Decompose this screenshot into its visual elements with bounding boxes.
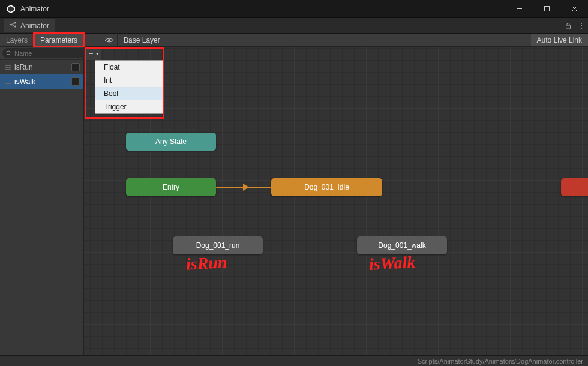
parameter-bool-checkbox[interactable] xyxy=(71,63,80,71)
status-bar: Scripts/AnimatorStudy/Animators/DogAnima… xyxy=(0,355,588,366)
close-button[interactable] xyxy=(560,0,588,18)
unity-logo-icon xyxy=(6,4,16,14)
lock-icon[interactable] xyxy=(562,19,575,32)
tab-layers[interactable]: Layers xyxy=(0,34,34,46)
chevron-down-icon: ▾ xyxy=(96,51,98,56)
node-entry[interactable]: Entry xyxy=(126,178,216,196)
animator-subheader: Layers Parameters Base Layer Auto Live L… xyxy=(0,34,588,47)
node-label: Any State xyxy=(155,137,187,146)
maximize-button[interactable] xyxy=(533,0,560,18)
tab-animator-label: Animator xyxy=(20,22,49,30)
parameter-name: isWalk xyxy=(14,77,68,86)
window-title: Animator xyxy=(20,5,49,13)
window-titlebar: Animator xyxy=(0,0,588,18)
parameter-name: isRun xyxy=(14,63,68,71)
svg-point-6 xyxy=(10,23,12,25)
kebab-menu-icon[interactable]: ⋮ xyxy=(575,19,588,32)
node-walk-state[interactable]: Dog_001_walk xyxy=(357,236,447,254)
parameter-list: isRun isWalk xyxy=(0,60,83,355)
node-label: Dog_001_run xyxy=(196,241,240,250)
annotation-isrun: isRun xyxy=(185,253,227,274)
svg-line-9 xyxy=(12,23,14,25)
animator-graph-icon xyxy=(10,21,17,30)
menu-item-bool[interactable]: Bool xyxy=(95,87,163,100)
svg-line-10 xyxy=(12,25,14,26)
node-label: Entry xyxy=(163,183,179,191)
parameters-sidebar: isRun isWalk xyxy=(0,47,84,355)
breadcrumb[interactable]: Base Layer xyxy=(118,34,166,46)
node-run-state[interactable]: Dog_001_run xyxy=(173,236,263,254)
drag-handle-icon[interactable] xyxy=(5,65,11,70)
plus-icon: ＋ xyxy=(87,48,95,59)
auto-live-link-label: Auto Live Link xyxy=(537,36,582,44)
minimize-button[interactable] xyxy=(505,0,533,18)
parameter-bool-checkbox[interactable] xyxy=(71,77,80,86)
parameter-search-row xyxy=(0,47,83,60)
parameter-item-iswalk[interactable]: isWalk xyxy=(0,74,83,89)
transition-arrowhead-icon xyxy=(243,184,249,191)
svg-rect-11 xyxy=(566,25,571,29)
add-parameter-menu: Float Int Bool Trigger xyxy=(95,60,163,114)
node-label: Dog_001_walk xyxy=(378,241,425,250)
menu-item-int[interactable]: Int xyxy=(95,74,163,87)
svg-point-8 xyxy=(14,25,16,27)
asset-path: Scripts/AnimatorStudy/Animators/DogAnima… xyxy=(418,358,583,365)
node-default-state[interactable]: Dog_001_Idle xyxy=(271,178,382,196)
tab-layers-label: Layers xyxy=(6,36,28,44)
annotation-iswalk: isWalk xyxy=(368,253,416,274)
add-parameter-button[interactable]: ＋ ▾ xyxy=(85,47,101,60)
panel-tabs: Animator ⋮ xyxy=(0,18,588,34)
breadcrumb-label: Base Layer xyxy=(124,36,160,44)
menu-item-float[interactable]: Float xyxy=(95,61,163,74)
drag-handle-icon[interactable] xyxy=(5,80,11,84)
visibility-toggle[interactable] xyxy=(101,34,118,46)
svg-rect-3 xyxy=(544,7,549,11)
tab-parameters[interactable]: Parameters xyxy=(34,34,84,46)
svg-point-7 xyxy=(14,22,16,23)
node-any-state[interactable]: Any State xyxy=(126,133,216,151)
svg-line-14 xyxy=(10,54,11,56)
svg-point-13 xyxy=(7,51,10,55)
search-icon xyxy=(6,48,12,59)
tab-animator[interactable]: Animator xyxy=(4,19,55,32)
auto-live-link-button[interactable]: Auto Live Link xyxy=(531,34,588,46)
menu-item-trigger[interactable]: Trigger xyxy=(95,100,163,113)
tab-parameters-label: Parameters xyxy=(40,36,77,44)
svg-point-12 xyxy=(108,39,110,41)
node-label: Dog_001_Idle xyxy=(304,183,349,191)
node-exit-state[interactable] xyxy=(561,178,588,196)
parameter-item-isrun[interactable]: isRun xyxy=(0,60,83,74)
